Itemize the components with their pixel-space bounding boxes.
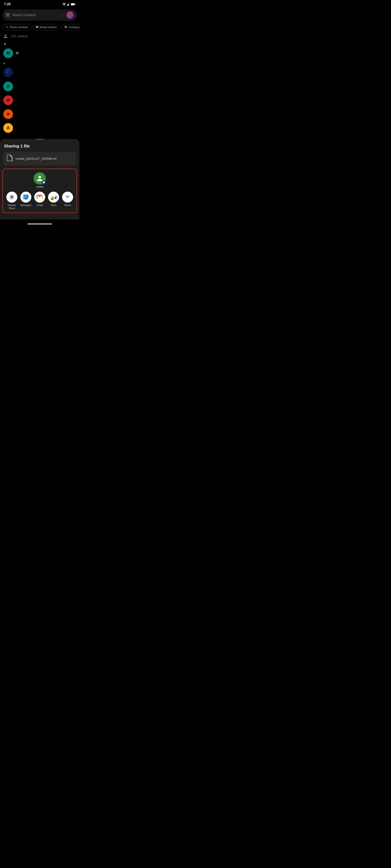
phone-icon	[5, 25, 8, 29]
file-preview: vcards_20231127_192508.vcf	[3, 152, 76, 165]
svg-rect-8	[71, 3, 74, 5]
email-contacts-label: Email contacts	[40, 26, 57, 29]
svg-point-13	[6, 71, 8, 73]
contact-avatar: M	[3, 49, 13, 58]
contact-avatar: A	[3, 82, 13, 91]
contact-item[interactable]: A	[2, 121, 77, 135]
wifi-icon	[62, 3, 66, 6]
share-targets-panel: 10086	[2, 168, 77, 213]
starred-section-label	[2, 40, 77, 46]
svg-rect-23	[64, 194, 71, 200]
svg-point-21	[25, 197, 26, 197]
file-icon	[7, 155, 12, 162]
teams-label: Teams	[64, 204, 71, 207]
status-icons	[62, 3, 75, 6]
company-label: Company	[68, 26, 79, 29]
home-bar[interactable]	[27, 223, 52, 224]
avatar[interactable]	[66, 11, 74, 19]
drag-handle[interactable]	[36, 139, 44, 140]
svg-rect-7	[75, 4, 75, 5]
svg-point-20	[24, 197, 25, 197]
status-time: 7:25	[4, 2, 10, 6]
file-name: vcards_20231127_192508.vcf	[16, 157, 56, 160]
nearby-share-label: Nearby Share	[5, 204, 18, 210]
svg-rect-25	[66, 196, 67, 198]
drive-icon	[48, 192, 59, 203]
a-section-label: A	[2, 60, 77, 66]
email-icon	[36, 25, 38, 29]
contacts-count: · 271 contacts	[10, 35, 27, 38]
message-badge	[42, 180, 46, 185]
svg-point-22	[26, 197, 27, 197]
person-icon	[3, 34, 8, 38]
contact-list: M M A A A A A	[0, 40, 79, 135]
messages-label: Messages	[20, 204, 31, 207]
svg-rect-3	[68, 4, 69, 5]
gmail-icon	[34, 192, 45, 203]
drive-label: Drive	[51, 204, 56, 207]
email-contacts-chip[interactable]: Email contacts	[33, 24, 60, 30]
recent-contact-label: 10086	[36, 185, 44, 188]
svg-point-12	[5, 70, 11, 75]
contact-item[interactable]: A	[2, 93, 77, 107]
more-options-icon[interactable]: ⋮	[60, 12, 64, 18]
svg-rect-1	[67, 5, 67, 6]
company-chip[interactable]: Company	[61, 24, 79, 30]
contact-avatar: A	[3, 109, 13, 119]
recent-avatar-wrap	[34, 172, 46, 185]
svg-rect-11	[6, 16, 10, 16]
teams-icon	[62, 192, 73, 203]
messages-item[interactable]: Messages	[20, 192, 32, 207]
nearby-share-item[interactable]: Nearby Share	[5, 192, 18, 210]
status-bar: 7:25	[0, 0, 79, 8]
search-input[interactable]: Search contacts	[12, 13, 57, 17]
gmail-item[interactable]: Gmail	[33, 192, 46, 207]
signal-icon	[67, 3, 70, 6]
svg-rect-9	[6, 13, 10, 14]
nearby-share-icon	[6, 192, 17, 203]
contacts-header: · 271 contacts	[0, 32, 79, 40]
contact-avatar	[3, 68, 13, 78]
contact-item[interactable]: A	[2, 107, 77, 121]
contact-avatar: A	[3, 95, 13, 105]
battery-icon	[71, 3, 75, 5]
company-icon	[64, 25, 67, 29]
filter-chips: Phone contacts Email contacts Company	[0, 22, 79, 32]
drive-item[interactable]: Drive	[47, 192, 60, 207]
phone-contacts-label: Phone contacts	[9, 26, 28, 29]
contact-avatar: A	[3, 123, 13, 133]
menu-icon[interactable]	[6, 13, 10, 17]
contact-item[interactable]: M M	[2, 46, 77, 60]
share-sheet: Sharing 1 file vcards_20231127_192508.vc…	[0, 139, 79, 219]
contact-item[interactable]	[2, 66, 77, 80]
search-bar[interactable]: Search contacts ⋮	[2, 9, 77, 21]
phone-contacts-chip[interactable]: Phone contacts	[2, 24, 31, 30]
svg-point-14	[8, 72, 10, 74]
svg-rect-10	[6, 14, 10, 15]
svg-point-28	[68, 195, 69, 196]
messages-icon	[20, 192, 31, 203]
share-title: Sharing 1 file	[0, 143, 79, 152]
contact-name: M	[16, 52, 19, 55]
recent-contact-shortcut[interactable]: 10086	[5, 172, 74, 188]
gmail-label: Gmail	[36, 204, 43, 207]
svg-point-0	[64, 5, 64, 6]
svg-rect-27	[68, 196, 68, 198]
svg-rect-4	[69, 3, 69, 6]
app-row: Nearby Share	[5, 192, 74, 210]
contact-item[interactable]: A	[2, 80, 77, 93]
teams-item[interactable]: Teams	[61, 192, 74, 207]
svg-rect-2	[67, 4, 68, 6]
